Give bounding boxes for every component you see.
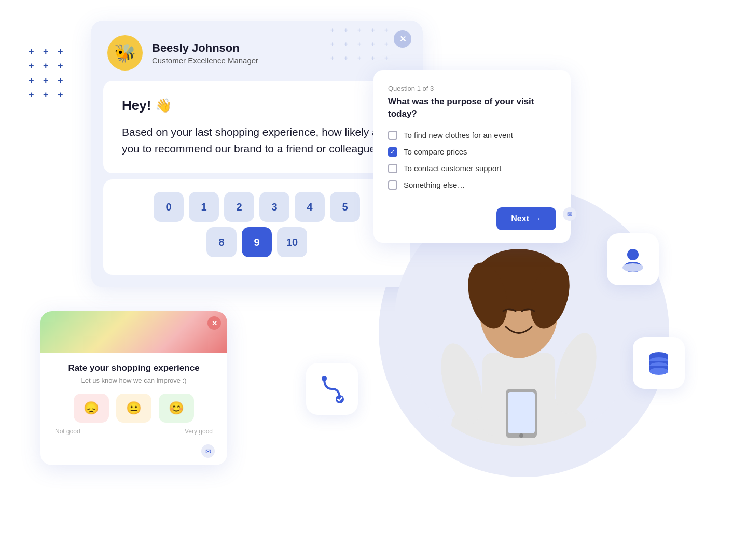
survey-option-1[interactable]: To find new clothes for an event: [388, 131, 556, 140]
plus-icon: +: [371, 40, 378, 48]
plus-icon: +: [43, 61, 52, 71]
survey-option-label-3: To contact customer support: [404, 164, 501, 173]
rating-faces: 😞 😐 😊: [53, 394, 215, 423]
plus-icon: +: [43, 76, 52, 85]
avatar: 🐝: [107, 35, 143, 71]
plus-icon: +: [371, 54, 378, 62]
nps-button-8[interactable]: 8: [206, 227, 237, 257]
plus-icon: +: [330, 54, 338, 62]
rating-card-body: Rate your shopping experience Let us kno…: [40, 353, 227, 444]
flow-icon-card: [306, 363, 358, 415]
next-label: Next: [511, 214, 529, 223]
plus-icon: +: [384, 40, 392, 48]
plus-icon: +: [344, 54, 351, 62]
svg-point-15: [628, 250, 638, 259]
checkmark-icon: ✓: [390, 148, 395, 156]
plus-icon: +: [58, 76, 67, 85]
survey-card: Question 1 of 3 What was the purpose of …: [374, 70, 571, 243]
face-good-button[interactable]: 😊: [159, 394, 194, 423]
nps-row-2: 8 9 10: [119, 227, 395, 257]
rating-close-button[interactable]: ✕: [208, 316, 221, 330]
checkbox-unchecked[interactable]: [388, 164, 397, 173]
rating-card: ✕ Rate your shopping experience Let us k…: [40, 311, 227, 465]
survey-feedback-icon: ✉: [563, 207, 576, 221]
nps-button-10[interactable]: 10: [277, 227, 307, 257]
nps-button-0[interactable]: 0: [154, 192, 184, 222]
feedback-icon: ✉: [201, 444, 215, 458]
svg-point-14: [622, 263, 643, 272]
agent-info: Beesly Johnson Customer Excellence Manag…: [152, 41, 258, 65]
svg-point-23: [322, 376, 327, 381]
plus-icon: +: [58, 61, 67, 71]
survey-progress: Question 1 of 3: [388, 85, 556, 92]
survey-next-button[interactable]: Next →: [496, 207, 556, 230]
nps-button-4[interactable]: 4: [295, 192, 325, 222]
chat-card-header: + + + + + + + + + + + + + + + 🐝 Beesly J…: [91, 21, 423, 81]
chat-question: Based on your last shopping experience, …: [122, 124, 392, 157]
plus-icon: +: [384, 54, 392, 62]
survey-question: What was the purpose of your visit today…: [388, 95, 556, 120]
svg-point-11: [519, 433, 523, 438]
nps-button-1[interactable]: 1: [189, 192, 219, 222]
chat-card: + + + + + + + + + + + + + + + 🐝 Beesly J…: [91, 21, 423, 287]
nps-button-2[interactable]: 2: [224, 192, 254, 222]
survey-option-2[interactable]: ✓ To compare prices: [388, 147, 556, 157]
plus-icon: +: [371, 26, 378, 34]
survey-option-label-1: To find new clothes for an event: [404, 131, 513, 139]
arrow-right-icon: →: [533, 214, 542, 223]
plus-icon: +: [357, 54, 365, 62]
agent-name: Beesly Johnson: [152, 41, 258, 55]
plus-icon: +: [29, 76, 38, 85]
plus-icon: +: [357, 40, 365, 48]
nps-button-5[interactable]: 5: [330, 192, 360, 222]
nps-button-3[interactable]: 3: [259, 192, 289, 222]
header-plus-pattern: + + + + + + + + + + + + + + +: [330, 26, 392, 62]
nps-button-9[interactable]: 9: [242, 227, 272, 257]
plus-icon: +: [29, 47, 38, 56]
nps-row-1: 0 1 2 3 4 5: [119, 192, 395, 222]
plus-icon: +: [330, 26, 338, 34]
database-icon: [645, 349, 672, 376]
rating-footer: ✉: [40, 444, 227, 465]
checkbox-unchecked[interactable]: [388, 131, 397, 140]
plus-icon: +: [384, 26, 392, 34]
svg-point-22: [649, 368, 668, 375]
survey-option-3[interactable]: To contact customer support: [388, 164, 556, 173]
database-icon-card: [633, 337, 685, 389]
checkbox-unchecked[interactable]: [388, 180, 397, 190]
close-chat-button[interactable]: ✕: [394, 30, 411, 48]
rating-card-header: ✕: [40, 311, 227, 353]
plus-icon: +: [43, 90, 52, 100]
plus-icon: +: [29, 61, 38, 71]
plus-icon: +: [29, 90, 38, 100]
user-icon: [619, 245, 647, 273]
rating-subtitle: Let us know how we can improve :): [53, 376, 215, 384]
chat-message-card: Hey! 👋 Based on your last shopping exper…: [103, 81, 410, 173]
decorative-plus-grid: + + + + + + + + + + + +: [29, 47, 67, 100]
flow-icon: [316, 373, 348, 404]
rating-title: Rate your shopping experience: [53, 363, 215, 373]
chat-greeting: Hey! 👋: [122, 97, 392, 114]
user-icon-card: [607, 233, 659, 285]
plus-icon: +: [330, 40, 338, 48]
nps-score-card: 0 1 2 3 4 5 8 9 10: [103, 179, 410, 275]
plus-icon: +: [58, 47, 67, 56]
face-bad-button[interactable]: 😞: [74, 394, 109, 423]
face-neutral-button[interactable]: 😐: [116, 394, 151, 423]
rating-label-bad: Not good: [55, 428, 80, 435]
survey-option-label-2: To compare prices: [404, 147, 467, 156]
plus-icon: +: [43, 47, 52, 56]
rating-label-good: Very good: [185, 428, 213, 435]
checkbox-checked[interactable]: ✓: [388, 147, 397, 157]
survey-option-4[interactable]: Something else…: [388, 180, 556, 190]
agent-title: Customer Excellence Manager: [152, 56, 258, 65]
person-svg: [415, 228, 622, 446]
avatar-emoji: 🐝: [114, 44, 136, 62]
plus-icon: +: [344, 40, 351, 48]
svg-rect-10: [508, 392, 535, 433]
rating-labels: Not good Very good: [53, 428, 215, 435]
plus-icon: +: [58, 90, 67, 100]
plus-icon: +: [357, 26, 365, 34]
plus-icon: +: [344, 26, 351, 34]
survey-option-label-4: Something else…: [404, 180, 465, 189]
